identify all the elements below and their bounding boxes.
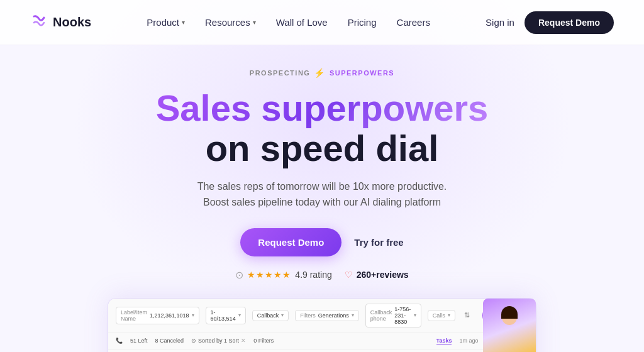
- hero-section: PROSPECTING ⚡ SUPERPOWERS Sales superpow…: [0, 45, 644, 299]
- nav-careers[interactable]: Careers: [397, 17, 430, 28]
- navbar: Nooks Product ▾ Resources ▾ Wall of Love…: [0, 0, 644, 45]
- reviews-count: 260+reviews: [357, 270, 409, 280]
- hero-request-demo-button[interactable]: Request Demo: [240, 228, 341, 256]
- nav-product[interactable]: Product ▾: [147, 17, 185, 28]
- sign-in-button[interactable]: Sign in: [486, 17, 514, 28]
- chevron-down-icon: ▾: [281, 312, 284, 318]
- chevron-down-icon: ▾: [414, 312, 416, 318]
- stat-canceled: 8 Canceled: [155, 338, 184, 344]
- nav-request-demo-button[interactable]: Request Demo: [525, 11, 614, 34]
- lightning-icon: ⚡: [314, 68, 326, 78]
- chevron-down-icon: ▾: [192, 312, 194, 318]
- stars: ★★★★★: [247, 270, 291, 280]
- nav-wall-of-love[interactable]: Wall of Love: [276, 17, 328, 28]
- nav-resources[interactable]: Resources ▾: [205, 17, 256, 28]
- chevron-down-icon: ▾: [182, 19, 185, 26]
- sort-icon: ⇅: [464, 311, 470, 319]
- hero-subtitle: The sales reps of tomorrow will be 10x m…: [197, 179, 447, 211]
- table-header: Status Name Phone Step Title Account Nam…: [108, 349, 536, 352]
- hero-title-line1: Sales superpowers: [156, 88, 489, 128]
- calls-icon: 📞: [116, 338, 123, 344]
- avatar-card: [483, 299, 536, 352]
- tab-time[interactable]: 1m ago: [459, 338, 478, 344]
- filter-duration[interactable]: 1-60/13,514 ▾: [206, 307, 246, 324]
- nooks-logo-icon: [30, 14, 48, 31]
- nav-actions: Sign in Request Demo: [486, 11, 614, 34]
- logo[interactable]: Nooks: [30, 14, 91, 31]
- filter-label-name[interactable]: Label/Item Name 1,212,361,1018 ▾: [116, 307, 199, 324]
- brand-name: Nooks: [53, 15, 91, 30]
- chevron-down-icon: ▾: [352, 312, 354, 318]
- hero-cta: Request Demo Try for free: [240, 228, 403, 256]
- filter-callback[interactable]: Callback ▾: [252, 310, 289, 321]
- badge-prospecting-text: PROSPECTING: [250, 69, 311, 77]
- shield-icon: ⊙: [235, 269, 243, 281]
- chevron-down-icon: ▾: [253, 19, 256, 26]
- hero-title: Sales superpowers on speed dial: [156, 88, 489, 168]
- dashboard-card: Label/Item Name 1,212,361,1018 ▾ 1-60/13…: [108, 299, 536, 352]
- close-icon[interactable]: ✕: [241, 338, 246, 344]
- filter-generations[interactable]: Filters Generations ▾: [295, 310, 359, 321]
- dashboard-stats: 📞 51 Left 8 Canceled ⊙ Sorted by 1 Sort …: [108, 333, 536, 349]
- stat-left: 51 Left: [130, 338, 148, 344]
- badge-superpowers-text: SUPERPOWERS: [330, 69, 394, 77]
- nav-links: Product ▾ Resources ▾ Wall of Love Prici…: [147, 17, 430, 28]
- rating-area: ⊙ ★★★★★ 4.9 rating: [235, 269, 331, 281]
- reviews-area: ♡ 260+reviews: [345, 270, 409, 280]
- filter-phone[interactable]: Callback phone 1-756-231-8830 ▾: [365, 304, 421, 327]
- tab-tasks[interactable]: Tasks: [436, 338, 452, 344]
- nav-pricing[interactable]: Pricing: [348, 17, 377, 28]
- hero-try-free-button[interactable]: Try for free: [354, 237, 403, 248]
- dashboard-toolbar: Label/Item Name 1,212,361,1018 ▾ 1-60/13…: [108, 299, 536, 333]
- hero-title-line2: on speed dial: [156, 128, 489, 168]
- social-proof: ⊙ ★★★★★ 4.9 rating ♡ 260+reviews: [235, 269, 408, 281]
- rating-text: 4.9 rating: [295, 270, 331, 280]
- chevron-down-icon: ▾: [448, 312, 450, 318]
- hero-badge: PROSPECTING ⚡ SUPERPOWERS: [250, 68, 394, 78]
- filter-calls[interactable]: Calls ▾: [428, 310, 455, 321]
- stat-filters: 0 Filters: [253, 338, 274, 344]
- dashboard-preview: Label/Item Name 1,212,361,1018 ▾ 1-60/13…: [0, 299, 644, 352]
- heart-icon: ♡: [345, 270, 353, 280]
- chevron-down-icon: ▾: [238, 312, 241, 318]
- stat-sorted: ⊙ Sorted by 1 Sort ✕: [191, 338, 246, 344]
